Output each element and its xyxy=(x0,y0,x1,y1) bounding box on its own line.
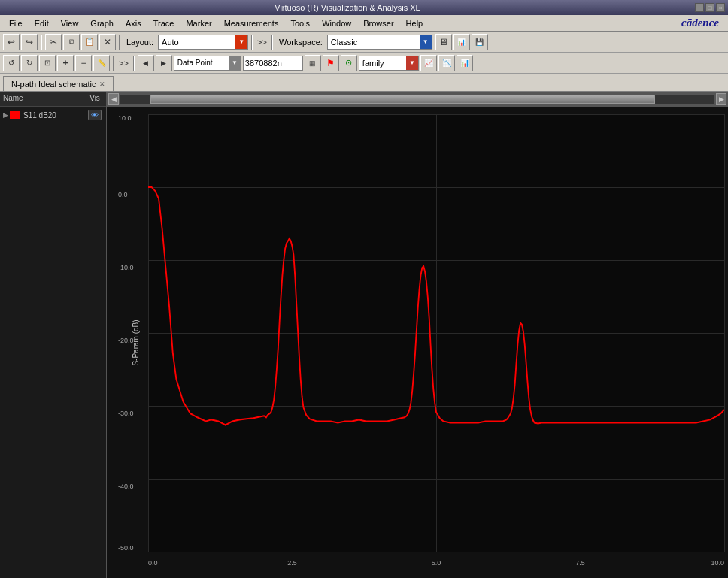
menu-axis[interactable]: Axis xyxy=(120,17,147,29)
scroll-track[interactable] xyxy=(120,95,714,104)
tb2-chart2[interactable]: 📉 xyxy=(438,55,455,71)
chart-container: S-Param (dB) 10.0 0.0 - xyxy=(107,107,728,578)
y-tick-5: -40.0 xyxy=(118,483,134,490)
window-title: Virtuoso (R) Visualization & Analysis XL xyxy=(0,3,695,12)
graph-area: ◀ ▶ S-Param (dB) xyxy=(107,92,728,578)
datapoint-value[interactable]: 3870882n xyxy=(243,56,303,71)
tab-close-button[interactable]: ✕ xyxy=(99,80,105,88)
menu-browser[interactable]: Browser xyxy=(357,17,399,29)
x-tick-3: 7.5 xyxy=(575,559,585,567)
y-tick-4: -30.0 xyxy=(118,410,134,417)
tb2-chart1[interactable]: 📈 xyxy=(420,55,437,71)
menu-file[interactable]: File xyxy=(3,17,29,29)
title-bar: Virtuoso (R) Visualization & Analysis XL… xyxy=(0,0,728,15)
toolbar-2: ↺ ↻ ⊡ + − 📏 >> ◀ ▶ Data Point ▼ 3870882n… xyxy=(0,53,728,74)
tb2-flag[interactable]: ⚑ xyxy=(323,55,339,71)
family-arrow[interactable]: ▼ xyxy=(406,56,418,70)
plot-svg xyxy=(148,114,724,552)
layout-value: Auto xyxy=(159,38,235,47)
legend-expand-icon[interactable]: ▶ xyxy=(3,111,8,119)
copy-button[interactable]: ⧉ xyxy=(63,34,80,50)
plot-area[interactable]: 10.0 0.0 -10.0 -20.0 -30.0 -40.0 -50.0 0… xyxy=(148,114,724,552)
toolbar1-expand[interactable]: >> xyxy=(256,38,268,47)
menu-bar: File Edit View Graph Axis Trace Marker M… xyxy=(0,15,728,32)
menu-tools[interactable]: Tools xyxy=(284,17,316,29)
tb2-grid[interactable]: ▦ xyxy=(305,55,321,71)
cut-button[interactable]: ✂ xyxy=(45,34,62,50)
legend-color-box xyxy=(10,111,20,119)
tb2-prev[interactable]: ◀ xyxy=(138,55,154,71)
eye-icon: 👁 xyxy=(91,111,99,120)
workspace-value: Classic xyxy=(328,38,420,47)
menu-measurements[interactable]: Measurements xyxy=(218,17,285,29)
tb-icon1[interactable]: 🖥 xyxy=(435,34,452,50)
legend-vis-button[interactable]: 👁 xyxy=(88,110,102,120)
y-tick-6: -50.0 xyxy=(118,544,134,552)
scroll-right-arrow[interactable]: ▶ xyxy=(716,93,726,105)
menu-marker[interactable]: Marker xyxy=(180,17,217,29)
legend-item: ▶ S11 dB20 👁 xyxy=(0,107,106,123)
y-tick-1: 0.0 xyxy=(118,191,128,198)
menu-graph[interactable]: Graph xyxy=(84,17,120,29)
grid-h-6 xyxy=(148,552,724,552)
y-tick-2: -10.0 xyxy=(118,264,134,271)
legend-trace-name: S11 dB20 xyxy=(23,111,88,120)
tb2-btn2[interactable]: ↻ xyxy=(21,55,38,71)
tab-label: N-path Ideal schematic xyxy=(11,80,96,89)
scroll-left-arrow[interactable]: ◀ xyxy=(108,93,119,105)
x-tick-2: 5.0 xyxy=(432,559,441,567)
layout-combo[interactable]: Auto ▼ xyxy=(158,35,248,50)
family-value: family xyxy=(359,59,406,68)
y-tick-3: -20.0 xyxy=(118,337,134,344)
layout-label: Layout: xyxy=(123,38,156,47)
legend-panel: Name Vis ▶ S11 dB20 👁 xyxy=(0,92,107,578)
tab-npath[interactable]: N-path Ideal schematic ✕ xyxy=(3,76,114,91)
undo-button[interactable]: ↩ xyxy=(3,34,20,50)
minimize-button[interactable]: _ xyxy=(695,3,704,12)
y-tick-0: 10.0 xyxy=(118,114,132,122)
legend-name-col: Name xyxy=(0,92,83,106)
tb2-btn1[interactable]: ↺ xyxy=(3,55,20,71)
zoom-fit-button[interactable]: ⊡ xyxy=(39,55,56,71)
redo-button[interactable]: ↪ xyxy=(21,34,38,50)
s11-trace xyxy=(148,187,724,425)
tb2-next[interactable]: ▶ xyxy=(156,55,172,71)
menu-help[interactable]: Help xyxy=(400,17,429,29)
menu-view[interactable]: View xyxy=(55,17,85,29)
tb-icon2[interactable]: 📊 xyxy=(453,34,470,50)
workspace-label: Workspace: xyxy=(276,38,326,47)
tb-icon3[interactable]: 💾 xyxy=(472,34,488,50)
workspace-combo[interactable]: Classic ▼ xyxy=(327,35,432,50)
datapoint-arrow[interactable]: ▼ xyxy=(229,56,241,70)
legend-header: Name Vis xyxy=(0,92,106,107)
menu-window[interactable]: Window xyxy=(316,17,357,29)
menu-trace[interactable]: Trace xyxy=(147,17,180,29)
workspace-arrow[interactable]: ▼ xyxy=(420,35,432,49)
toolbar2-expand[interactable]: >> xyxy=(117,59,130,68)
cadence-logo: cādence xyxy=(681,17,725,29)
toolbar-1: ↩ ↪ ✂ ⧉ 📋 ✕ Layout: Auto ▼ >> Workspace:… xyxy=(0,32,728,53)
datapoint-label: Data Point xyxy=(174,59,229,67)
tb2-circle[interactable]: ⊙ xyxy=(341,55,357,71)
x-tick-1: 2.5 xyxy=(287,559,297,567)
paste-button[interactable]: 📋 xyxy=(81,34,98,50)
menu-edit[interactable]: Edit xyxy=(29,17,55,29)
tb2-chart3[interactable]: 📊 xyxy=(457,55,473,71)
datapoint-combo[interactable]: Data Point ▼ xyxy=(174,56,241,71)
tab-bar: N-path Ideal schematic ✕ xyxy=(0,74,728,92)
layout-arrow[interactable]: ▼ xyxy=(235,35,247,49)
tb2-ruler[interactable]: 📏 xyxy=(93,55,110,71)
x-tick-4: 10.0 xyxy=(711,559,724,567)
x-tick-0: 0.0 xyxy=(148,559,158,567)
maximize-button[interactable]: □ xyxy=(705,3,714,12)
top-scrollbar[interactable]: ◀ ▶ xyxy=(107,92,728,107)
zoom-in-button[interactable]: + xyxy=(57,55,74,71)
grid-v-4 xyxy=(724,114,725,552)
scroll-thumb[interactable] xyxy=(150,95,656,104)
zoom-out-button[interactable]: − xyxy=(75,55,92,71)
family-combo[interactable]: family ▼ xyxy=(359,56,419,71)
legend-vis-col: Vis xyxy=(83,92,106,106)
close-doc-button[interactable]: ✕ xyxy=(99,34,116,50)
main-area: Name Vis ▶ S11 dB20 👁 ◀ ▶ S-Param (dB) xyxy=(0,92,728,578)
close-button[interactable]: × xyxy=(716,3,725,12)
